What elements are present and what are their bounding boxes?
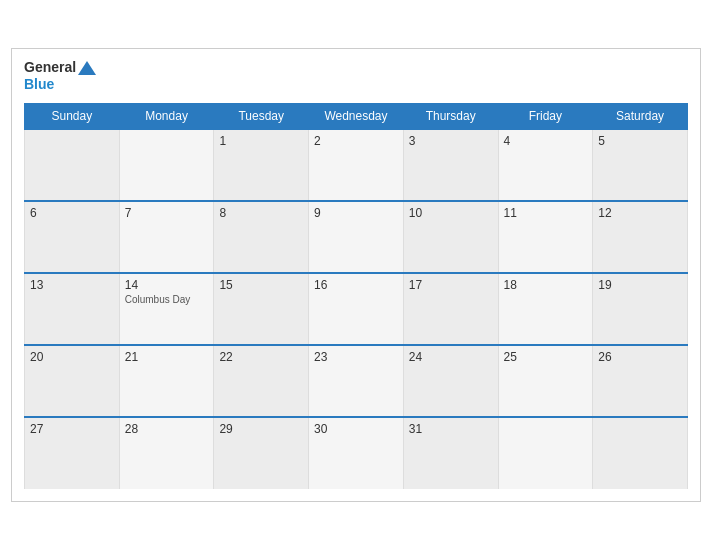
day-cell: 26 <box>593 345 688 417</box>
day-number: 13 <box>30 278 114 292</box>
day-cell: 19 <box>593 273 688 345</box>
weekday-header-saturday: Saturday <box>593 103 688 129</box>
week-row-2: 1314Columbus Day1516171819 <box>25 273 688 345</box>
logo: General Blue <box>24 59 98 93</box>
day-number: 21 <box>125 350 209 364</box>
holiday-label: Columbus Day <box>125 294 209 305</box>
day-cell: 22 <box>214 345 309 417</box>
day-number: 8 <box>219 206 303 220</box>
day-cell: 31 <box>403 417 498 489</box>
day-number: 9 <box>314 206 398 220</box>
day-cell: 16 <box>309 273 404 345</box>
day-number: 2 <box>314 134 398 148</box>
day-cell: 7 <box>119 201 214 273</box>
day-cell: 21 <box>119 345 214 417</box>
day-cell <box>119 129 214 201</box>
day-cell: 2 <box>309 129 404 201</box>
day-cell: 13 <box>25 273 120 345</box>
day-number: 4 <box>504 134 588 148</box>
calendar-body: 1234567891011121314Columbus Day151617181… <box>25 129 688 489</box>
week-row-1: 6789101112 <box>25 201 688 273</box>
day-cell: 8 <box>214 201 309 273</box>
day-cell <box>593 417 688 489</box>
logo-general-text: General <box>24 59 76 76</box>
day-cell: 20 <box>25 345 120 417</box>
day-number: 16 <box>314 278 398 292</box>
weekday-header-wednesday: Wednesday <box>309 103 404 129</box>
day-cell: 23 <box>309 345 404 417</box>
day-number: 3 <box>409 134 493 148</box>
day-cell: 9 <box>309 201 404 273</box>
day-cell: 14Columbus Day <box>119 273 214 345</box>
day-cell: 18 <box>498 273 593 345</box>
day-number: 31 <box>409 422 493 436</box>
logo-flag-icon <box>78 61 96 75</box>
day-number: 22 <box>219 350 303 364</box>
day-number: 19 <box>598 278 682 292</box>
day-cell <box>25 129 120 201</box>
weekday-header-friday: Friday <box>498 103 593 129</box>
day-number: 25 <box>504 350 588 364</box>
day-cell: 4 <box>498 129 593 201</box>
day-number: 27 <box>30 422 114 436</box>
week-row-3: 20212223242526 <box>25 345 688 417</box>
day-number: 14 <box>125 278 209 292</box>
day-number: 11 <box>504 206 588 220</box>
day-cell <box>498 417 593 489</box>
week-row-0: 12345 <box>25 129 688 201</box>
day-number: 18 <box>504 278 588 292</box>
day-number: 17 <box>409 278 493 292</box>
day-cell: 6 <box>25 201 120 273</box>
weekday-header-tuesday: Tuesday <box>214 103 309 129</box>
day-cell: 25 <box>498 345 593 417</box>
day-cell: 5 <box>593 129 688 201</box>
day-cell: 15 <box>214 273 309 345</box>
day-cell: 24 <box>403 345 498 417</box>
day-cell: 30 <box>309 417 404 489</box>
day-number: 20 <box>30 350 114 364</box>
day-cell: 29 <box>214 417 309 489</box>
day-number: 6 <box>30 206 114 220</box>
day-cell: 28 <box>119 417 214 489</box>
day-number: 28 <box>125 422 209 436</box>
calendar-container: General Blue SundayMondayTuesdayWednesda… <box>11 48 701 502</box>
week-row-4: 2728293031 <box>25 417 688 489</box>
calendar-header: General Blue <box>24 59 688 93</box>
day-cell: 3 <box>403 129 498 201</box>
day-number: 7 <box>125 206 209 220</box>
calendar-grid: SundayMondayTuesdayWednesdayThursdayFrid… <box>24 103 688 489</box>
svg-marker-0 <box>78 61 96 75</box>
day-number: 23 <box>314 350 398 364</box>
weekday-header-sunday: Sunday <box>25 103 120 129</box>
day-number: 24 <box>409 350 493 364</box>
day-cell: 11 <box>498 201 593 273</box>
calendar-weekday-header: SundayMondayTuesdayWednesdayThursdayFrid… <box>25 103 688 129</box>
day-number: 1 <box>219 134 303 148</box>
day-cell: 12 <box>593 201 688 273</box>
day-cell: 10 <box>403 201 498 273</box>
day-cell: 17 <box>403 273 498 345</box>
weekday-row: SundayMondayTuesdayWednesdayThursdayFrid… <box>25 103 688 129</box>
day-number: 30 <box>314 422 398 436</box>
day-cell: 27 <box>25 417 120 489</box>
day-cell: 1 <box>214 129 309 201</box>
day-number: 29 <box>219 422 303 436</box>
day-number: 10 <box>409 206 493 220</box>
day-number: 5 <box>598 134 682 148</box>
logo-blue-text: Blue <box>24 76 54 92</box>
day-number: 12 <box>598 206 682 220</box>
weekday-header-thursday: Thursday <box>403 103 498 129</box>
day-number: 26 <box>598 350 682 364</box>
day-number: 15 <box>219 278 303 292</box>
weekday-header-monday: Monday <box>119 103 214 129</box>
